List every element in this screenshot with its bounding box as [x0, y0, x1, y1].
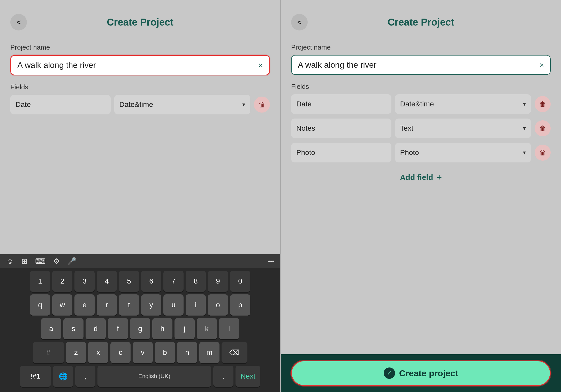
key-b[interactable]: b [155, 342, 175, 363]
key-1[interactable]: 1 [30, 271, 50, 292]
emoji-icon[interactable]: ☺ [6, 257, 14, 265]
settings-icon[interactable]: ⚙ [53, 257, 60, 265]
key-u[interactable]: u [163, 294, 184, 316]
key-4[interactable]: 4 [97, 271, 117, 292]
kb-row-zxcv: ⇧ z x c v b n m ⌫ [2, 342, 278, 363]
right-field-row-date: Date Date&time ▾ 🗑 [291, 94, 551, 114]
key-g[interactable]: g [130, 318, 150, 339]
right-field-type-datetime[interactable]: Date&time ▾ [395, 94, 531, 114]
left-project-name-label: Project name [10, 43, 270, 51]
right-back-button[interactable]: < [291, 14, 308, 30]
key-7[interactable]: 7 [163, 271, 184, 292]
create-project-button[interactable]: ✓ Create project [291, 360, 551, 386]
kb-row-numbers: 1 2 3 4 5 6 7 8 9 0 [2, 271, 278, 292]
key-shift[interactable]: ⇧ [33, 342, 64, 363]
left-field-type-datetime-label: Date&time [119, 100, 153, 109]
key-a[interactable]: a [41, 318, 61, 339]
key-m[interactable]: m [199, 342, 219, 363]
left-back-chevron-icon: < [17, 19, 20, 26]
right-header: < Create Project [281, 0, 561, 38]
key-globe[interactable]: 🌐 [53, 366, 73, 387]
key-e[interactable]: e [74, 294, 95, 316]
clipboard-icon[interactable]: ⊞ [21, 257, 27, 265]
key-d[interactable]: d [86, 318, 106, 339]
left-field-type-datetime[interactable]: Date&time ▾ [114, 95, 251, 114]
key-0[interactable]: 0 [230, 271, 250, 292]
right-back-chevron-icon: < [297, 19, 301, 26]
key-3[interactable]: 3 [74, 271, 95, 292]
key-space[interactable]: English (UK) [97, 366, 211, 387]
right-chevron-down-date-icon: ▾ [523, 101, 526, 107]
key-x[interactable]: x [88, 342, 108, 363]
key-6[interactable]: 6 [141, 271, 161, 292]
left-delete-date-button[interactable]: 🗑 [254, 97, 270, 113]
create-project-label: Create project [399, 368, 458, 378]
right-delete-photo-button[interactable]: 🗑 [535, 145, 551, 161]
key-r[interactable]: r [97, 294, 117, 316]
key-o[interactable]: o [208, 294, 228, 316]
right-screen: < Create Project Project name × Fields D… [281, 0, 561, 392]
left-project-name-input[interactable] [17, 60, 256, 70]
right-clear-button[interactable]: × [539, 61, 544, 69]
key-l[interactable]: l [219, 318, 239, 339]
right-field-type-photo[interactable]: Photo ▾ [395, 143, 531, 162]
key-numbers-toggle[interactable]: !#1 [20, 366, 51, 387]
key-z[interactable]: z [66, 342, 86, 363]
key-y[interactable]: y [141, 294, 161, 316]
left-trash-icon: 🗑 [259, 101, 265, 109]
left-field-row-date: Date Date&time ▾ 🗑 [10, 95, 270, 114]
key-backspace[interactable]: ⌫ [222, 342, 247, 363]
key-i[interactable]: i [186, 294, 206, 316]
right-field-name-photo: Photo [291, 143, 391, 162]
right-trash-notes-icon: 🗑 [539, 124, 546, 132]
key-w[interactable]: w [52, 294, 72, 316]
key-2[interactable]: 2 [52, 271, 72, 292]
checkmark-icon: ✓ [387, 370, 392, 377]
key-next[interactable]: Next [236, 366, 260, 387]
key-5[interactable]: 5 [119, 271, 139, 292]
left-project-name-field[interactable]: × [10, 55, 270, 75]
left-clear-button[interactable]: × [258, 61, 263, 70]
right-field-type-datetime-label: Date&time [400, 100, 434, 108]
right-field-type-text[interactable]: Text ▾ [395, 119, 531, 138]
keyboard: ☺ ⊞ ⌨ ⚙ 🎤 ••• 1 2 3 4 5 6 7 8 9 0 q w [0, 254, 280, 392]
left-page-title: Create Project [27, 17, 253, 28]
more-icon[interactable]: ••• [268, 258, 274, 265]
right-delete-date-button[interactable]: 🗑 [535, 96, 551, 112]
keyboard-rows: 1 2 3 4 5 6 7 8 9 0 q w e r t y u i o [0, 268, 280, 392]
right-delete-notes-button[interactable]: 🗑 [535, 120, 551, 136]
key-n[interactable]: n [177, 342, 197, 363]
key-9[interactable]: 9 [208, 271, 228, 292]
keyboard-icon[interactable]: ⌨ [35, 257, 46, 265]
key-v[interactable]: v [133, 342, 153, 363]
check-circle-icon: ✓ [384, 367, 395, 379]
add-field-row[interactable]: Add field + [291, 167, 551, 187]
left-chevron-down-icon: ▾ [242, 101, 245, 108]
key-comma[interactable]: , [75, 366, 95, 387]
key-j[interactable]: j [175, 318, 195, 339]
right-bottom-bar: ✓ Create project [281, 354, 561, 392]
right-field-row-photo: Photo Photo ▾ 🗑 [291, 143, 551, 162]
mic-icon[interactable]: 🎤 [67, 257, 77, 265]
key-s[interactable]: s [63, 318, 84, 339]
key-period[interactable]: . [213, 366, 233, 387]
key-k[interactable]: k [197, 318, 217, 339]
key-8[interactable]: 8 [186, 271, 206, 292]
right-project-name-field[interactable]: × [291, 55, 551, 75]
left-back-button[interactable]: < [10, 14, 27, 30]
left-content: Project name × Fields Date Date&time ▾ 🗑 [0, 38, 280, 254]
right-fields-label: Fields [291, 83, 551, 91]
key-f[interactable]: f [108, 318, 128, 339]
key-c[interactable]: c [110, 342, 131, 363]
keyboard-toolbar: ☺ ⊞ ⌨ ⚙ 🎤 ••• [0, 254, 280, 268]
key-q[interactable]: q [30, 294, 50, 316]
key-h[interactable]: h [152, 318, 172, 339]
left-header: < Create Project [0, 0, 280, 38]
right-chevron-down-photo-icon: ▾ [523, 149, 526, 156]
left-screen: < Create Project Project name × Fields D… [0, 0, 281, 392]
right-project-name-label: Project name [291, 43, 551, 51]
right-field-row-notes: Notes Text ▾ 🗑 [291, 119, 551, 138]
right-project-name-input[interactable] [298, 60, 537, 70]
key-p[interactable]: p [230, 294, 250, 316]
key-t[interactable]: t [119, 294, 139, 316]
